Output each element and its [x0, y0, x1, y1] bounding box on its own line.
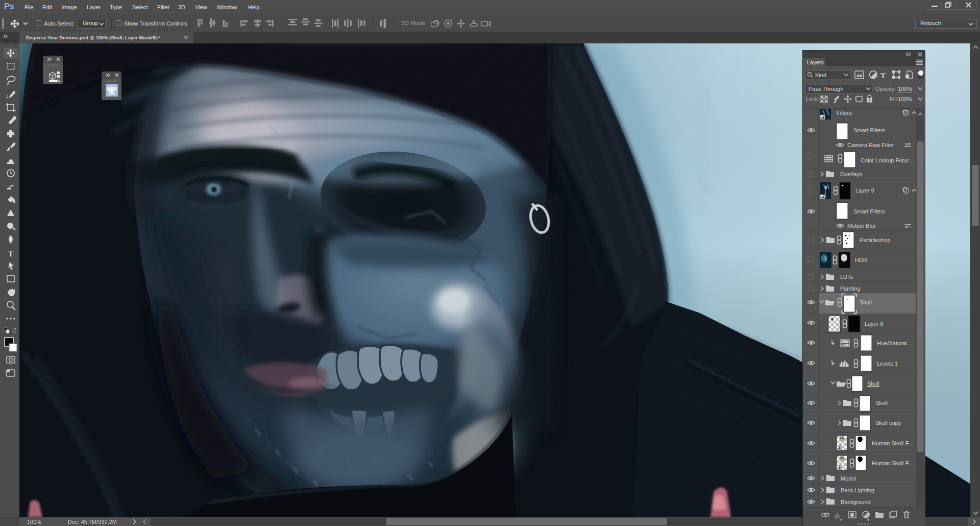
- svg-text:Layer 6: Layer 6: [865, 321, 884, 327]
- svg-text:Smart Filters: Smart Filters: [853, 127, 886, 133]
- svg-text:Human Skull-F…: Human Skull-F…: [872, 460, 915, 466]
- svg-text:Camera Raw Filter: Camera Raw Filter: [847, 142, 894, 148]
- svg-text:3D Mode:: 3D Mode:: [401, 20, 427, 26]
- svg-text:T: T: [8, 249, 14, 258]
- svg-text:Model: Model: [841, 475, 856, 482]
- svg-text:Human Skull-F…: Human Skull-F…: [872, 440, 915, 446]
- svg-text:Layers: Layers: [807, 59, 824, 65]
- svg-text:Opacity:: Opacity:: [875, 86, 896, 92]
- svg-text:Overlays: Overlays: [840, 171, 863, 177]
- svg-text:HDR: HDR: [855, 257, 867, 263]
- svg-text:Smart Filters: Smart Filters: [853, 208, 886, 214]
- svg-text:Hue/Saturat…: Hue/Saturat…: [877, 340, 913, 346]
- svg-text:Lock:: Lock:: [806, 96, 819, 102]
- svg-text:Particleshop: Particleshop: [860, 237, 891, 243]
- svg-text:Skull copy: Skull copy: [875, 420, 901, 426]
- svg-text:Skull: Skull: [867, 380, 879, 387]
- svg-text:Filters: Filters: [837, 110, 852, 116]
- svg-text:Layer 9: Layer 9: [855, 187, 874, 194]
- svg-text:Levels 1: Levels 1: [877, 361, 898, 367]
- svg-text:Pass Through: Pass Through: [808, 86, 843, 92]
- svg-text:100%: 100%: [898, 86, 912, 92]
- svg-text:Skull: Skull: [860, 299, 872, 305]
- svg-text:Motion Blur: Motion Blur: [847, 223, 876, 229]
- svg-text:Kind: Kind: [815, 72, 826, 78]
- svg-text:fx: fx: [835, 512, 840, 519]
- svg-text:Painting: Painting: [840, 285, 861, 292]
- svg-text:Skull: Skull: [875, 400, 888, 406]
- svg-text:Background: Background: [841, 499, 871, 505]
- svg-text:LUTs: LUTs: [840, 274, 853, 280]
- svg-text:T: T: [880, 71, 886, 80]
- svg-text:Fill:: Fill:: [890, 96, 898, 102]
- svg-text:Back Lighting: Back Lighting: [841, 487, 874, 493]
- svg-text:Color Lookup Futur…: Color Lookup Futur…: [861, 157, 914, 163]
- svg-text:100%: 100%: [898, 96, 912, 102]
